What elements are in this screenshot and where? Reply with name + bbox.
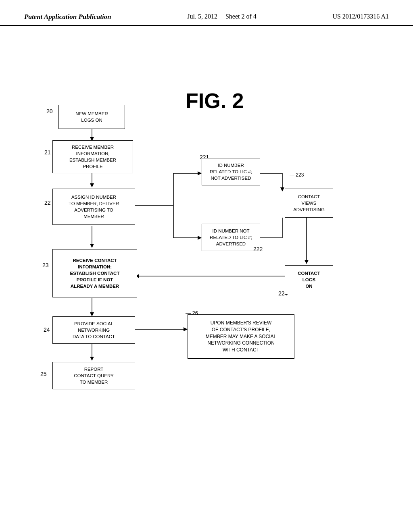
node-21-box: RECEIVE MEMBER INFORMATION; ESTABLISH ME…: [52, 140, 133, 173]
svg-marker-7: [90, 312, 94, 316]
node-22-box: ASSIGN ID NUMBER TO MEMBER; DELIVER ADVE…: [52, 189, 135, 225]
node-223-box: CONTACT VIEWS ADVERTISING: [285, 189, 333, 218]
node-26-box: UPON MEMBER'S REVIEW OF CONTACT'S PROFIL…: [188, 314, 294, 359]
node-223-label: — 223: [290, 171, 304, 178]
diagram-area: FIG. 2: [0, 48, 413, 524]
svg-marker-22: [305, 260, 309, 264]
node-20-label: 20: [46, 108, 53, 114]
publication-date: Jul. 5, 2012: [187, 13, 217, 20]
page-header: Patent Application Publication Jul. 5, 2…: [0, 0, 413, 26]
node-224-box: CONTACT LOGS ON: [285, 265, 333, 294]
sheet-info: Sheet 2 of 4: [225, 13, 257, 20]
node-25-label: 25: [40, 371, 47, 377]
svg-marker-3: [90, 183, 94, 187]
svg-marker-13: [198, 171, 202, 175]
node-222-box: ID NUMBER NOT RELATED TO LIC #; ADVERTIS…: [202, 224, 260, 251]
patent-number: US 2012/0173316 A1: [332, 13, 389, 20]
svg-marker-5: [90, 244, 94, 248]
node-23-box: RECEIVE CONTACT INFORMATION; ESTABLISH C…: [52, 249, 137, 297]
svg-marker-18: [280, 187, 284, 191]
publication-title: Patent Application Publication: [24, 13, 111, 21]
node-24-box: PROVIDE SOCIAL NETWORKING DATA TO CONTAC…: [52, 316, 135, 344]
node-222-label: 222: [253, 246, 263, 252]
svg-marker-9: [90, 357, 94, 361]
header-center: Jul. 5, 2012 Sheet 2 of 4: [187, 13, 257, 20]
node-21-label: 21: [44, 149, 51, 156]
node-25-box: REPORT CONTACT QUERY TO MEMBER: [52, 362, 135, 389]
svg-marker-26: [184, 327, 188, 331]
node-22-label: 22: [44, 200, 51, 206]
svg-marker-15: [198, 236, 202, 240]
node-24-label: 24: [44, 326, 50, 333]
node-221-box: ID NUMBER RELATED TO LIC #; NOT ADVERTIS…: [202, 158, 260, 185]
node-23-label: 23: [42, 262, 49, 268]
fig-label: FIG. 2: [186, 89, 244, 113]
node-20-box: NEW MEMBER LOGS ON: [58, 105, 125, 129]
